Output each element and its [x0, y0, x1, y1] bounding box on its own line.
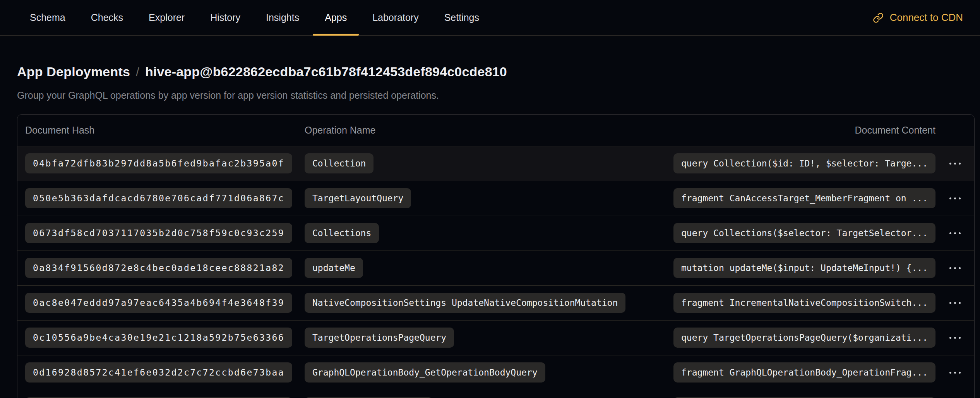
ellipsis-icon [949, 372, 961, 374]
row-menu-button[interactable] [942, 259, 967, 276]
document-content-cell: fragment CanAccessTarget_MemberFragment … [673, 188, 935, 208]
tab-checks[interactable]: Checks [78, 0, 136, 35]
document-content-badge: fragment IncrementalNativeCompositionSwi… [673, 293, 935, 313]
document-content-badge: query Collection($id: ID!, $selector: Ta… [673, 153, 935, 173]
document-content-cell: query TargetOperationsPageQuery($organiz… [673, 328, 935, 348]
document-hash-badge: 0a834f91560d872e8c4bec0ade18ceec88821a82 [25, 258, 292, 278]
table-row[interactable]: 0673df58cd7037117035b2d0c758f59c0c93c259… [17, 216, 974, 250]
page-subtitle: Group your GraphQL operations by app ver… [17, 89, 963, 101]
operation-name-badge: Collections [305, 223, 379, 243]
document-content-cell: fragment GraphQLOperationBody_OperationF… [673, 362, 935, 383]
row-menu-button[interactable] [942, 294, 967, 311]
document-hash-badge: 0673df58cd7037117035b2d0c758f59c0c93c259 [25, 223, 292, 243]
nav-tab-label: Explorer [149, 12, 185, 23]
document-content-cell: mutation updateMe($input: UpdateMeInput!… [673, 258, 935, 278]
document-content-cell: query Collection($id: ID!, $selector: Ta… [673, 153, 935, 173]
tab-laboratory[interactable]: Laboratory [360, 0, 432, 35]
nav-tab-label: Checks [91, 12, 123, 23]
page-content: App Deployments / hive-app@b622862ecdba7… [0, 36, 980, 398]
connect-to-cdn-label: Connect to CDN [890, 12, 963, 24]
document-hash-cell: 04bfa72dfb83b297dd8a5b6fed9bafac2b395a0f [25, 153, 305, 173]
table-header-row: Document Hash Operation Name Document Co… [17, 115, 974, 146]
document-hash-cell: 0c10556a9be4ca30e19e21c1218a592b75e63366 [25, 328, 305, 348]
nav-tab-label: Insights [266, 12, 299, 23]
operation-name-badge: GraphQLOperationBody_GetOperationBodyQue… [305, 362, 545, 383]
table-row[interactable]: 0c10556a9be4ca30e19e21c1218a592b75e63366… [17, 320, 974, 355]
tab-history[interactable]: History [197, 0, 253, 35]
document-content-badge: query Collections($selector: TargetSelec… [673, 223, 935, 243]
operation-name-cell: updateMe [305, 258, 673, 278]
document-content-badge: query TargetOperationsPageQuery($organiz… [673, 328, 935, 348]
table-row[interactable]: 0d16928d8572c41ef6e032d2c7c72ccbd6e73baa… [17, 355, 974, 390]
document-hash-cell: 050e5b363dafdcacd6780e706cadf771d06a867c [25, 188, 305, 208]
connect-to-cdn-link[interactable]: Connect to CDN [873, 0, 963, 35]
tab-explorer[interactable]: Explorer [136, 0, 197, 35]
nav-tab-label: History [210, 12, 240, 23]
operation-name-badge: NativeCompositionSettings_UpdateNativeCo… [305, 293, 625, 313]
column-header-operation-name: Operation Name [305, 125, 855, 136]
ellipsis-icon [949, 337, 961, 339]
breadcrumb-app-id: hive-app@b622862ecdba7c61b78f412453def89… [145, 63, 507, 80]
operation-name-badge: Collection [305, 153, 373, 173]
ellipsis-icon [949, 232, 961, 234]
nav-tab-label: Schema [30, 12, 65, 23]
document-hash-badge: 0ac8e047eddd97a97eac6435a4b694f4e3648f39 [25, 293, 292, 313]
row-menu-button[interactable] [942, 225, 967, 242]
document-hash-cell: 0ac8e047eddd97a97eac6435a4b694f4e3648f39 [25, 293, 305, 313]
top-navigation: Schema Checks Explorer History Insights … [0, 0, 980, 36]
row-menu-button[interactable] [942, 155, 967, 172]
table-row[interactable]: 050e5b363dafdcacd6780e706cadf771d06a867c… [17, 181, 974, 216]
operation-name-badge: TargetLayoutQuery [305, 188, 411, 208]
document-hash-badge: 0d16928d8572c41ef6e032d2c7c72ccbd6e73baa [25, 362, 292, 383]
ellipsis-icon [949, 302, 961, 304]
link-icon [873, 12, 884, 23]
operation-name-cell: TargetLayoutQuery [305, 188, 673, 208]
document-content-cell: query Collections($selector: TargetSelec… [673, 223, 935, 243]
document-content-badge: mutation updateMe($input: UpdateMeInput!… [673, 258, 935, 278]
tab-settings[interactable]: Settings [432, 0, 492, 35]
tab-schema[interactable]: Schema [17, 0, 78, 35]
column-header-document-hash: Document Hash [25, 125, 305, 136]
operation-name-cell: TargetOperationsPageQuery [305, 328, 673, 348]
document-content-cell: fragment IncrementalNativeCompositionSwi… [673, 293, 935, 313]
operation-name-badge: TargetOperationsPageQuery [305, 328, 454, 348]
deployments-table: Document Hash Operation Name Document Co… [17, 114, 975, 398]
document-content-badge: fragment CanAccessTarget_MemberFragment … [673, 188, 935, 208]
nav-tabs: Schema Checks Explorer History Insights … [17, 0, 492, 35]
tab-insights[interactable]: Insights [253, 0, 312, 35]
breadcrumb-section-link[interactable]: App Deployments [17, 63, 130, 80]
column-header-document-content: Document Content [855, 125, 935, 136]
row-menu-button[interactable] [942, 364, 967, 381]
nav-tab-label: Settings [444, 12, 479, 23]
breadcrumb-separator: / [136, 64, 139, 81]
operation-name-cell: Collections [305, 223, 673, 243]
ellipsis-icon [949, 163, 961, 165]
document-hash-cell: 0d16928d8572c41ef6e032d2c7c72ccbd6e73baa [25, 362, 305, 383]
document-hash-badge: 0c10556a9be4ca30e19e21c1218a592b75e63366 [25, 328, 292, 348]
table-row[interactable]: 0a834f91560d872e8c4bec0ade18ceec88821a82… [17, 250, 974, 285]
document-hash-cell: 0a834f91560d872e8c4bec0ade18ceec88821a82 [25, 258, 305, 278]
nav-tab-label: Apps [325, 12, 347, 23]
document-hash-badge: 04bfa72dfb83b297dd8a5b6fed9bafac2b395a0f [25, 153, 292, 173]
operation-name-cell: GraphQLOperationBody_GetOperationBodyQue… [305, 362, 673, 383]
nav-tab-label: Laboratory [372, 12, 419, 23]
document-hash-cell: 0673df58cd7037117035b2d0c758f59c0c93c259 [25, 223, 305, 243]
row-menu-button[interactable] [942, 190, 967, 207]
document-content-badge: fragment GraphQLOperationBody_OperationF… [673, 362, 935, 383]
ellipsis-icon [949, 197, 961, 199]
operation-name-cell: NativeCompositionSettings_UpdateNativeCo… [305, 293, 673, 313]
document-hash-badge: 050e5b363dafdcacd6780e706cadf771d06a867c [25, 188, 292, 208]
operation-name-badge: updateMe [305, 258, 363, 278]
row-menu-button[interactable] [942, 329, 967, 346]
table-row[interactable]: 126d46a4284abe31c13c78f7959d56eeb21725dc… [17, 390, 974, 398]
ellipsis-icon [949, 267, 961, 269]
table-row[interactable]: 0ac8e047eddd97a97eac6435a4b694f4e3648f39… [17, 285, 974, 320]
breadcrumb: App Deployments / hive-app@b622862ecdba7… [17, 63, 963, 81]
operation-name-cell: Collection [305, 153, 673, 173]
tab-apps[interactable]: Apps [312, 0, 360, 35]
table-row[interactable]: 04bfa72dfb83b297dd8a5b6fed9bafac2b395a0f… [17, 146, 974, 181]
